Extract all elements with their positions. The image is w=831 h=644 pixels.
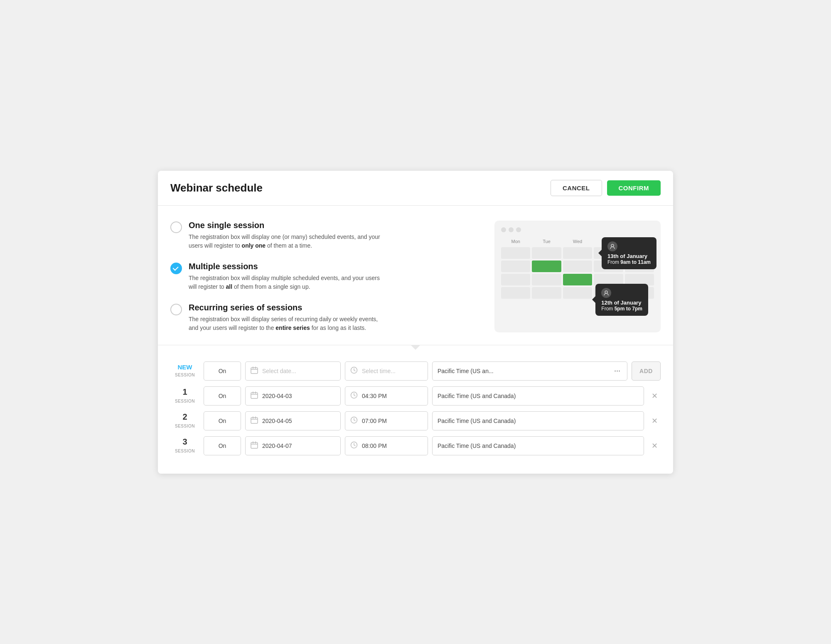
- option-recurring-desc: The registration box will display series…: [189, 315, 388, 332]
- svg-rect-8: [251, 442, 258, 448]
- section-divider-wrapper: [158, 345, 673, 353]
- new-session-date-placeholder: Select date...: [262, 368, 296, 374]
- new-session-on-field[interactable]: On: [204, 361, 241, 381]
- calendar-icon-3: [251, 441, 258, 450]
- session-3-time-field[interactable]: 08:00 PM: [345, 436, 428, 455]
- option-multiple-text: Multiple sessions The registration box w…: [189, 262, 388, 291]
- cal-day-mon: Mon: [501, 237, 530, 246]
- tl-red: [501, 227, 506, 232]
- calendar-icon: [251, 366, 258, 376]
- confirm-button[interactable]: CONFIRM: [607, 180, 661, 196]
- session-2-sub: SESSION: [175, 424, 195, 428]
- cal-day-wed: Wed: [563, 237, 592, 246]
- calendar-illustration: Mon Tue Wed Thu Sun: [494, 221, 661, 332]
- session-3-time: 08:00 PM: [362, 442, 387, 449]
- add-session-button[interactable]: ADD: [632, 361, 661, 381]
- session-2-on-field[interactable]: On: [204, 411, 241, 430]
- session-1-date-field[interactable]: 2020-04-03: [245, 386, 341, 406]
- webinar-schedule-card: Webinar schedule CANCEL CONFIRM One sing…: [158, 171, 673, 474]
- new-session-time-placeholder: Select time...: [362, 368, 396, 374]
- calendar-tooltip-1: 13th of January From 9am to 11am: [602, 237, 656, 269]
- session-2-time-field[interactable]: 07:00 PM: [345, 411, 428, 430]
- user-icon-2: [603, 290, 609, 296]
- svg-rect-6: [251, 418, 258, 423]
- svg-point-0: [611, 244, 614, 247]
- remove-session-1-button[interactable]: ✕: [648, 390, 661, 402]
- radio-multiple[interactable]: [170, 263, 182, 274]
- calendar-tooltip-2: 12th of January From 5pm to 7pm: [595, 284, 648, 316]
- new-session-row: NEW Session On Select date... Select tim…: [170, 361, 661, 381]
- cal-cell: [563, 247, 592, 259]
- header: Webinar schedule CANCEL CONFIRM: [158, 171, 673, 206]
- tooltip2-arrow: [592, 296, 595, 303]
- remove-session-3-button[interactable]: ✕: [648, 440, 661, 452]
- session-3-date: 2020-04-07: [262, 442, 292, 449]
- session-3-sub: SESSION: [175, 449, 195, 453]
- new-session-label-top: NEW: [170, 364, 199, 371]
- tl-green: [516, 227, 521, 232]
- session-2-date-field[interactable]: 2020-04-05: [245, 411, 341, 430]
- new-session-on-label: On: [219, 368, 226, 374]
- session-3-date-field[interactable]: 2020-04-07: [245, 436, 341, 455]
- session-row-1: 1 SESSION On 2020-04-03 04:30 PM Pacific…: [170, 386, 661, 406]
- option-single-desc: The registration box will display one (o…: [189, 233, 388, 250]
- options-list: One single session The registration box …: [170, 221, 478, 332]
- new-session-timezone: Pacific Time (US an...: [438, 368, 609, 374]
- option-recurring[interactable]: Recurring series of sessions The registr…: [170, 303, 478, 332]
- cal-cell-green2: [563, 274, 592, 285]
- session-2-timezone: Pacific Time (US and Canada): [438, 418, 639, 424]
- divider-arrow-icon: [411, 345, 420, 350]
- cal-cell: [563, 261, 592, 272]
- option-single-title: One single session: [189, 221, 388, 230]
- svg-rect-4: [251, 393, 258, 398]
- session-1-date: 2020-04-03: [262, 393, 292, 399]
- session-1-label: 1 SESSION: [170, 387, 199, 404]
- session-1-time-field[interactable]: 04:30 PM: [345, 386, 428, 406]
- clock-icon-3: [350, 441, 358, 450]
- session-2-label: 2 SESSION: [170, 412, 199, 429]
- session-2-tz-field[interactable]: Pacific Time (US and Canada): [432, 411, 644, 430]
- session-3-timezone: Pacific Time (US and Canada): [438, 442, 639, 449]
- option-single[interactable]: One single session The registration box …: [170, 221, 478, 250]
- session-1-time: 04:30 PM: [362, 393, 387, 399]
- option-multiple[interactable]: Multiple sessions The registration box w…: [170, 262, 478, 291]
- session-1-number: 1: [170, 387, 199, 397]
- cal-day-tue: Tue: [532, 237, 561, 246]
- new-session-time-field[interactable]: Select time...: [345, 361, 428, 381]
- new-session-dots-button[interactable]: ···: [612, 366, 622, 375]
- option-single-text: One single session The registration box …: [189, 221, 388, 250]
- header-actions: CANCEL CONFIRM: [551, 180, 661, 196]
- cal-cell: [532, 274, 561, 285]
- option-multiple-desc: The registration box will display multip…: [189, 274, 388, 291]
- tl-yellow: [509, 227, 514, 232]
- cal-cell-green: [532, 261, 561, 272]
- session-2-on-label: On: [219, 418, 226, 424]
- session-1-on-label: On: [219, 393, 226, 399]
- tooltip2-time: From 5pm to 7pm: [601, 306, 642, 312]
- radio-recurring[interactable]: [170, 304, 182, 315]
- clock-icon: [350, 366, 358, 376]
- cal-cell: [501, 287, 530, 299]
- session-1-timezone: Pacific Time (US and Canada): [438, 393, 639, 399]
- clock-icon-2: [350, 416, 358, 425]
- session-1-tz-field[interactable]: Pacific Time (US and Canada): [432, 386, 644, 406]
- cancel-button[interactable]: CANCEL: [551, 180, 602, 196]
- session-3-tz-field[interactable]: Pacific Time (US and Canada): [432, 436, 644, 455]
- options-section: One single session The registration box …: [158, 206, 673, 345]
- radio-single[interactable]: [170, 221, 182, 233]
- session-3-on-label: On: [219, 442, 226, 449]
- calendar-icon-2: [251, 416, 258, 425]
- new-session-date-field[interactable]: Select date...: [245, 361, 341, 381]
- cal-cell: [532, 287, 561, 299]
- session-1-on-field[interactable]: On: [204, 386, 241, 406]
- cal-cell: [501, 261, 530, 272]
- session-3-on-field[interactable]: On: [204, 436, 241, 455]
- calendar-icon-1: [251, 391, 258, 401]
- cal-cell: [501, 247, 530, 259]
- new-session-label: NEW Session: [170, 364, 199, 378]
- svg-rect-2: [251, 368, 258, 374]
- remove-session-2-button[interactable]: ✕: [648, 415, 661, 427]
- sessions-section: NEW Session On Select date... Select tim…: [158, 353, 673, 474]
- user-icon: [610, 243, 615, 249]
- new-session-tz-field[interactable]: Pacific Time (US an... ···: [432, 361, 627, 381]
